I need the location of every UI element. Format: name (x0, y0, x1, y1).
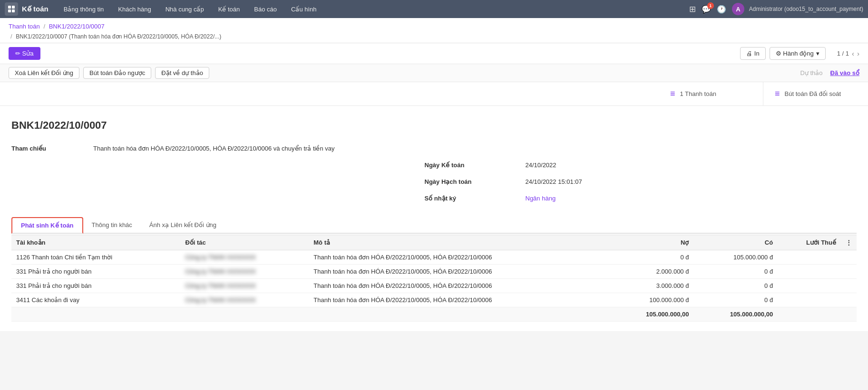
table-row: 3411 Các khoản đi vay Công ty TNHH XXXXX… (11, 293, 857, 307)
ngay-hach-toan-value: 24/10/2022 15:01:07 (520, 176, 857, 187)
action-label-text: ⚙ Hành động (776, 50, 814, 57)
chat-icon[interactable]: 💬 1 (702, 5, 711, 14)
so-nhat-ky-value[interactable]: Ngân hàng (520, 193, 857, 204)
document-title: BNK1/2022/10/0007 (11, 119, 857, 132)
nav-ke-toan[interactable]: Kế toán (212, 3, 247, 16)
nav-items: Bảng thông tin Khách hàng Nhà cung cấp K… (57, 3, 689, 16)
cell-doi-tac-1: Công ty TNHH XXXXXXX (180, 264, 309, 278)
notification-badge: 1 (707, 2, 714, 9)
cell-no-2: 3.000.000 đ (610, 278, 694, 293)
ngay-ke-toan-label: Ngày Kế toán (425, 160, 520, 171)
user-menu[interactable]: A Administrator (odoo15_to_account_payme… (732, 3, 863, 15)
pager-prev-button[interactable]: ‹ (852, 49, 854, 57)
stat-card-thanh-toan[interactable]: ≡ 1 Thanh toán (659, 82, 763, 105)
edit-button[interactable]: ✏ Sửa (9, 47, 40, 60)
cell-tai-khoan-2: 331 Phải trả cho người bán (11, 278, 180, 293)
stat-icon-1: ≡ (670, 89, 675, 99)
tabs-bar: Phát sinh Kế toán Thông tin khác Ánh xạ … (11, 217, 857, 234)
tham-chieu-label: Tham chiếu (11, 143, 88, 154)
table-row: 331 Phải trả cho người bán Công ty TNHH … (11, 264, 857, 278)
cell-no-3: 100.000.000 đ (610, 293, 694, 307)
svg-rect-0 (8, 6, 11, 9)
stat-row: ≡ 1 Thanh toán ≡ Bút toán Đã đối soát (0, 82, 868, 106)
app-name: Kế toán (22, 5, 49, 13)
cell-mo-ta-0: Thanh toán hóa đơn HÓA Đ/2022/10/0005, H… (309, 250, 610, 264)
cell-tai-khoan-1: 331 Phải trả cho người bán (11, 264, 180, 278)
clock-icon[interactable]: 🕐 (717, 5, 726, 14)
accounting-table: Tài khoản Đối tác Mô tả Nợ Có Lưới Thuế … (11, 235, 857, 322)
tab-phat-sinh[interactable]: Phát sinh Kế toán (11, 217, 83, 234)
tham-chieu-value: Thanh toán hóa đơn HÓA Đ/2022/10/0005, H… (88, 143, 857, 154)
form-fields: Tham chiếu Thanh toán hóa đơn HÓA Đ/2022… (11, 143, 857, 204)
cell-mo-ta-1: Thanh toán hóa đơn HÓA Đ/2022/10/0005, H… (309, 264, 610, 278)
app-icon (5, 2, 18, 16)
action-chevron-icon: ▾ (816, 50, 819, 57)
stat-icon-2: ≡ (775, 89, 780, 99)
nav-bao-cao[interactable]: Báo cáo (247, 3, 283, 16)
breadcrumb: Thanh toán / BNK1/2022/10/0007 / BNK1/20… (9, 22, 859, 42)
cell-co-1: 0 đ (693, 264, 778, 278)
nav-right: ⊞ 💬 1 🕐 A Administrator (odoo15_to_accou… (689, 3, 863, 15)
breadcrumb-thanh-toan[interactable]: Thanh toán (9, 23, 40, 30)
col-menu[interactable]: ⋮ (841, 235, 857, 250)
cell-doi-tac-3: Công ty TNHH XXXXXXX (180, 293, 309, 307)
col-tai-khoan: Tài khoản (11, 235, 180, 250)
secondary-bar: Xoá Liên kết Đối ứng Bút toán Đảo ngược … (0, 64, 868, 82)
stat-label-1: 1 Thanh toán (680, 90, 716, 97)
table-total-row: 105.000.000,00 105.000.000,00 (11, 307, 857, 321)
status-area: Dự thảo Đã vào sổ (800, 69, 859, 76)
apps-grid-icon[interactable]: ⊞ (689, 4, 696, 14)
stat-label-2: Bút toán Đã đối soát (785, 90, 841, 97)
cell-co-3: 0 đ (693, 293, 778, 307)
cell-no-1: 2.000.000 đ (610, 264, 694, 278)
status-posted[interactable]: Đã vào sổ (830, 69, 859, 76)
stat-card-but-toan[interactable]: ≡ Bút toán Đã đối soát (763, 82, 868, 105)
cell-luoi-thue-1 (778, 264, 841, 278)
pager-next-button[interactable]: › (857, 49, 859, 57)
cell-tai-khoan-0: 1126 Thanh toán Chi tiền Tạm thời (11, 250, 180, 264)
xoa-lien-ket-button[interactable]: Xoá Liên kết Đối ứng (9, 67, 79, 79)
pager-text: 1 / 1 (837, 50, 849, 57)
main-content: BNK1/2022/10/0007 Tham chiếu Thanh toán … (0, 106, 868, 331)
nav-bang-thong-tin[interactable]: Bảng thông tin (57, 3, 111, 16)
action-bar: ✏ Sửa 🖨 In ⚙ Hành động ▾ 1 / 1 ‹ › (0, 43, 868, 64)
cell-menu-1 (841, 264, 857, 278)
total-menu (841, 307, 857, 321)
col-luoi-thue: Lưới Thuế (778, 235, 841, 250)
breadcrumb-bnk1[interactable]: BNK1/2022/10/0007 (49, 23, 105, 30)
cell-menu-2 (841, 278, 857, 293)
cell-luoi-thue-3 (778, 293, 841, 307)
svg-rect-1 (12, 6, 15, 9)
col-no: Nợ (610, 235, 694, 250)
cell-no-0: 0 đ (610, 250, 694, 264)
cell-luoi-thue-2 (778, 278, 841, 293)
table-row: 1126 Thanh toán Chi tiền Tạm thời Công t… (11, 250, 857, 264)
print-button[interactable]: 🖨 In (740, 47, 765, 60)
tab-anh-xa[interactable]: Ánh xạ Liên kết Đối ứng (141, 217, 225, 234)
user-avatar: A (732, 3, 744, 15)
cell-doi-tac-2: Công ty TNHH XXXXXXX (180, 278, 309, 293)
tab-thong-tin-khac[interactable]: Thông tin khác (83, 217, 141, 234)
pager: 1 / 1 ‹ › (837, 49, 859, 57)
nav-nha-cung-cap[interactable]: Nhà cung cấp (159, 3, 211, 16)
status-draft[interactable]: Dự thảo (800, 69, 822, 76)
svg-rect-3 (12, 10, 15, 12)
cell-doi-tac-0: Công ty TNHH XXXXXXX (180, 250, 309, 264)
breadcrumb-current: BNK1/2022/10/0007 (Thanh toán hóa đơn HÓ… (16, 33, 221, 40)
action-button[interactable]: ⚙ Hành động ▾ (770, 47, 826, 60)
nav-cau-hinh[interactable]: Cấu hình (284, 3, 323, 16)
col-doi-tac: Đối tác (180, 235, 309, 250)
cell-menu-3 (841, 293, 857, 307)
total-spacer (11, 307, 610, 321)
top-nav: Kế toán Bảng thông tin Khách hàng Nhà cu… (0, 0, 868, 18)
user-name-label: Administrator (odoo15_to_account_payment… (749, 6, 863, 12)
cell-menu-0 (841, 250, 857, 264)
ngay-ke-toan-value: 24/10/2022 (520, 160, 857, 171)
cell-mo-ta-2: Thanh toán hóa đơn HÓA Đ/2022/10/0005, H… (309, 278, 610, 293)
total-luoi-thue (778, 307, 841, 321)
dat-ve-du-thao-button[interactable]: Đặt về dự thảo (155, 67, 209, 79)
total-no: 105.000.000,00 (610, 307, 694, 321)
nav-khach-hang[interactable]: Khách hàng (111, 3, 157, 16)
cell-luoi-thue-0 (778, 250, 841, 264)
but-toan-dao-nguoc-button[interactable]: Bút toán Đảo ngược (83, 67, 151, 79)
